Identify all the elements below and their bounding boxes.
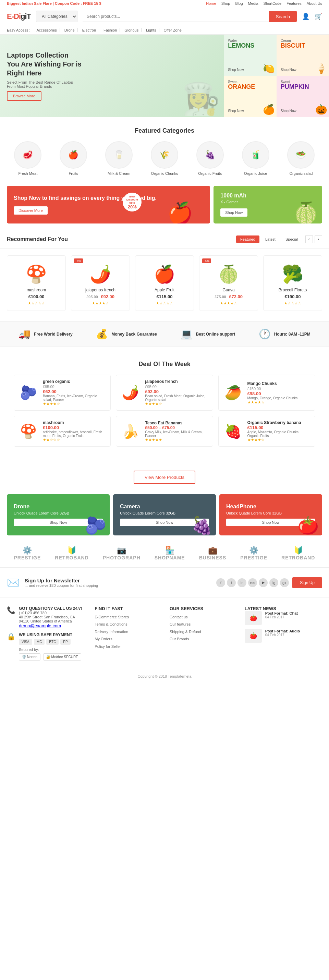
footer-contact-column: 📞 GOT QUESTION? CALL US 24/7! (+01)23 45… — [7, 606, 84, 665]
deal-tags-mushroom: artichoke, broccoflower, broccoli, Fresh… — [43, 430, 106, 438]
tab-featured[interactable]: Featured — [236, 235, 259, 243]
promo-right-shop-button[interactable]: Shop Now — [220, 208, 248, 216]
product-stars-guava: ★★★★☆ — [205, 301, 253, 305]
easy-access-glorious[interactable]: Glorious — [122, 28, 141, 32]
prestige-icon-2: ⚙️ — [240, 546, 267, 555]
brand-prestige-2: ⚙️ PRESTIGE — [240, 546, 267, 560]
footer-email[interactable]: demo@example.com — [19, 623, 61, 628]
social-youtube-icon[interactable]: ▶ — [259, 578, 268, 587]
nav-about[interactable]: About Us — [307, 2, 322, 5]
cat-banner-camera-img: 🍇 — [191, 515, 213, 535]
nav-shop[interactable]: Shop — [221, 2, 230, 5]
retroband-text-2: RETROBAND — [281, 555, 315, 560]
category-circle-fruits: 🍎 — [60, 141, 87, 169]
feature-moneyback-text: Money Back Guarantee — [111, 332, 157, 337]
category-item-organic-salad[interactable]: 🥗 Organic salad — [287, 141, 315, 175]
category-item-fresh-meat[interactable]: 🥩 Fresh Meat — [14, 141, 41, 175]
category-item-milk[interactable]: 🥛 Milk & Cream — [105, 141, 133, 175]
site-logo: E-DigiT — [7, 12, 31, 21]
news-thumb-1: 🍅 — [245, 611, 262, 625]
footer-link-contact[interactable]: Contact us — [170, 615, 234, 620]
category-circle-organic-chunks: 🌾 — [151, 141, 178, 169]
product-sale-price-guava: £72.00 — [229, 294, 243, 299]
category-item-organic-juice[interactable]: 🧃 Organic Juice — [242, 141, 269, 175]
easy-access-drone[interactable]: Drone — [62, 28, 78, 32]
user-icon[interactable]: 👤 — [302, 13, 310, 20]
category-circle-organic-juice: 🧃 — [242, 141, 269, 169]
social-rss-icon[interactable]: rss — [248, 578, 257, 587]
shopname-text: SHOPNAME — [154, 555, 185, 560]
deal-old-price-jalapenos: £95.00 — [145, 385, 157, 389]
footer-link-orders[interactable]: My Orders — [95, 636, 159, 642]
next-arrow[interactable]: › — [315, 235, 322, 243]
recommended-tabs: Featured Latest Special — [236, 235, 302, 243]
view-more-button[interactable]: View More Products — [134, 471, 195, 484]
search-button[interactable]: Search — [269, 11, 297, 22]
feature-support-title: Best Online support — [196, 332, 235, 337]
social-instagram-icon[interactable]: ig — [269, 578, 278, 587]
footer-link-policy-seller[interactable]: Policy for Seller — [95, 644, 159, 649]
newsletter-subtitle: ... and receive $20 coupon for first sho… — [25, 584, 98, 587]
footer-link-terms[interactable]: Terms & Conditions — [95, 622, 159, 627]
category-dropdown[interactable]: All Categories — [36, 11, 78, 22]
social-facebook-icon[interactable]: f — [216, 578, 225, 587]
promo-right-title: 1000 mAh — [220, 192, 315, 199]
cart-icon[interactable]: 🛒 — [315, 13, 322, 20]
product-img-guava: 🍈 — [205, 264, 253, 284]
category-item-organic-fruits[interactable]: 🍇 Organic Fruits — [196, 141, 224, 175]
tab-special[interactable]: Special — [281, 235, 302, 243]
easy-access-lights[interactable]: Lights — [143, 28, 159, 32]
deal-name-banana: Tesco Eat Bananas — [145, 421, 208, 425]
nav-home[interactable]: Home — [206, 2, 216, 5]
easy-access-offer[interactable]: Offer Zone — [161, 28, 184, 32]
footer-phone-row: 📞 GOT QUESTION? CALL US 24/7! (+01)23 45… — [7, 606, 84, 628]
product-name-apple: Apple Fruit — [140, 288, 189, 293]
deal-price-range-banana: £50.00 – £75.00 — [145, 425, 208, 430]
deal-tags-strawberry: Apple, Mozamto, Organic Chunks, Organic … — [248, 430, 311, 438]
promo-banner-right: 1000 mAh X - Gamer Shop Now 🍈 — [213, 186, 322, 223]
news-item-2: 🍅 Post Format: Audio 04 Feb 2017 — [245, 629, 322, 643]
recommended-header: Recommended For You Featured Latest Spec… — [0, 230, 329, 248]
nav-media[interactable]: Media — [248, 2, 258, 5]
easy-access-accessories[interactable]: Accessories — [33, 28, 60, 32]
newsletter-signup-button[interactable]: Sign Up — [292, 577, 322, 588]
footer-link-our-features[interactable]: Our features — [170, 622, 234, 627]
social-linkedin-icon[interactable]: in — [237, 578, 246, 587]
news-date-2: 04 Feb 2017 — [265, 633, 300, 637]
promo-discover-button[interactable]: Discover More — [14, 206, 48, 215]
footer-link-shipping-refund[interactable]: Shipping & Refund — [170, 629, 234, 635]
payment-btc: BTC — [46, 639, 59, 645]
nav-arrows: ‹ › — [305, 235, 322, 243]
social-twitter-icon[interactable]: t — [227, 578, 236, 587]
easy-access-fashion[interactable]: Fashion — [101, 28, 120, 32]
easy-access-electron[interactable]: Electron — [79, 28, 99, 32]
prev-arrow[interactable]: ‹ — [305, 235, 313, 243]
deal-tags-banana: Gravy Milk, Ice-Cream, Milk & Cream, Pan… — [145, 430, 208, 438]
deal-item-mango: 🥭 Mango Chunks £150.00 £98.00 Mango, Ora… — [218, 375, 315, 410]
category-label-milk: Milk & Cream — [108, 172, 130, 175]
footer-link-our-brands[interactable]: Our Brands — [170, 636, 234, 642]
search-input[interactable] — [83, 11, 269, 22]
product-old-price-jalapenos: £95.00 — [86, 295, 98, 299]
footer-latest-news-title: LATEST NEWS — [245, 606, 322, 611]
deal-price-mango: £98.00 — [248, 391, 311, 396]
footer-payment-row: 🔒 WE USING SAFE PAYMENT VISA MC BTC PP S… — [7, 632, 84, 660]
hero-browse-button[interactable]: Browse More — [7, 91, 41, 101]
footer-link-ecommerce[interactable]: E-Commerce Stores — [95, 615, 159, 620]
nav-blog[interactable]: Blog — [235, 2, 243, 5]
nav-shortcode[interactable]: ShortCode — [264, 2, 282, 5]
nav-features[interactable]: Features — [286, 2, 301, 5]
security-badges: 🛡️ Norton 🔐 McAfee SECURE — [19, 653, 81, 660]
footer-link-delivery[interactable]: Delivery Information — [95, 629, 159, 635]
tab-latest[interactable]: Latest — [261, 235, 280, 243]
payment-icon: 🔒 — [7, 632, 16, 641]
hero-person-decoration: 👩‍🍳 — [182, 81, 220, 117]
category-item-fruits[interactable]: 🍎 Fruits — [60, 141, 87, 175]
footer-copyright: Copyright © 2018 Templatemela — [7, 670, 322, 682]
category-item-organic-chunks[interactable]: 🌾 Organic Chunks — [151, 141, 178, 175]
product-name-mushroom: mashroom — [12, 288, 60, 293]
feature-hours-text: Hours: 8AM -11PM — [274, 332, 310, 337]
categories-grid: 🥩 Fresh Meat 🍎 Fruits 🥛 Milk & Cream 🌾 O… — [7, 141, 322, 175]
social-google-icon[interactable]: g+ — [280, 578, 289, 587]
footer-payment-details: WE USING SAFE PAYMENT VISA MC BTC PP Sec… — [19, 632, 81, 660]
